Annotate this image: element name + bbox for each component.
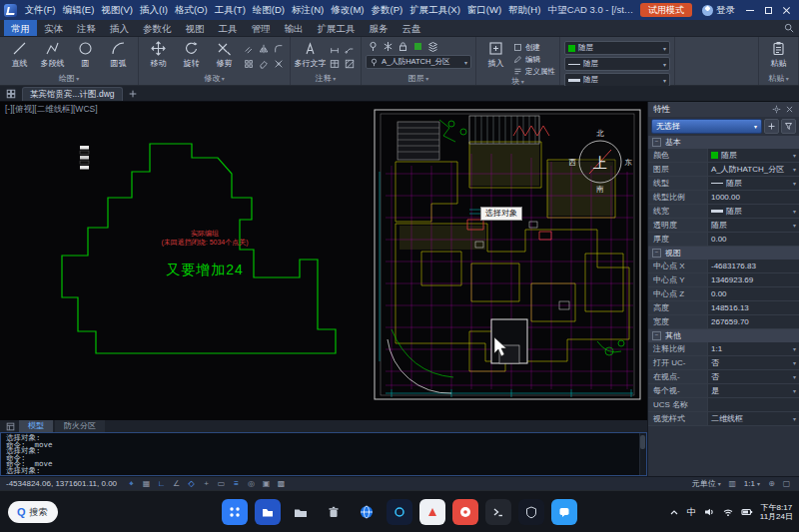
menu-modify[interactable]: 修改(M) bbox=[328, 0, 368, 20]
erase-icon[interactable] bbox=[257, 57, 271, 71]
fullscreen-icon[interactable]: ▢ bbox=[780, 477, 793, 490]
prop-ucs-icon-on-value[interactable]: 否 bbox=[708, 356, 799, 369]
prop-layer-value[interactable]: A_人防HATCH_分区 bbox=[708, 163, 799, 176]
group-label-draw[interactable]: 绘图 bbox=[4, 74, 134, 85]
volume-icon[interactable] bbox=[703, 506, 715, 518]
define-attribute-button[interactable]: 定义属性 bbox=[513, 66, 555, 77]
layer-properties-icon[interactable] bbox=[427, 41, 438, 52]
trash-icon[interactable] bbox=[321, 499, 347, 525]
ribbon-tab-manage[interactable]: 管理 bbox=[245, 20, 278, 36]
wifi-icon[interactable] bbox=[722, 506, 734, 518]
move-tool[interactable]: 移动 bbox=[143, 38, 174, 69]
array-icon[interactable] bbox=[242, 57, 256, 71]
ribbon-search-icon[interactable] bbox=[779, 20, 799, 36]
menu-express[interactable]: 扩展工具(X) bbox=[406, 0, 464, 20]
ribbon-tab-cloud[interactable]: 云盘 bbox=[396, 20, 428, 36]
layer-color-icon[interactable] bbox=[412, 41, 423, 52]
scrollbar-thumb[interactable] bbox=[640, 435, 645, 449]
prop-color-value[interactable]: 随层 bbox=[708, 149, 799, 162]
prop-linetype-value[interactable]: 随层 bbox=[708, 177, 799, 190]
menu-view[interactable]: 视图(V) bbox=[98, 0, 137, 20]
dyn-input-toggle-icon[interactable]: ▭ bbox=[215, 477, 228, 490]
layer-freeze-icon[interactable] bbox=[383, 41, 394, 52]
layout-tab-model[interactable]: 模型 bbox=[19, 420, 53, 432]
menu-parametric[interactable]: 参数(P) bbox=[368, 0, 406, 20]
trial-mode-button[interactable]: 试用模式 bbox=[640, 3, 692, 17]
annotation-visibility-icon[interactable]: ▥ bbox=[726, 477, 739, 490]
messenger-icon[interactable] bbox=[551, 499, 577, 525]
document-tab[interactable]: 某宾馆贵宾...计图.dwg bbox=[22, 87, 123, 101]
mirror-icon[interactable] bbox=[257, 42, 271, 56]
quick-select-button[interactable] bbox=[781, 119, 796, 134]
ribbon-tab-view[interactable]: 视图 bbox=[179, 20, 212, 36]
ribbon-tab-parametric[interactable]: 参数化 bbox=[136, 20, 179, 36]
group-label-annotate[interactable]: 注释 bbox=[295, 74, 357, 85]
polyline-tool[interactable]: 多段线 bbox=[37, 38, 68, 69]
viewport-label[interactable]: [-][俯视][二维线框][WCS] bbox=[5, 104, 98, 116]
annotation-scale-dropdown[interactable]: 1:1 bbox=[741, 479, 763, 488]
workspace-toggle-icon[interactable]: ▩ bbox=[275, 477, 288, 490]
section-basic[interactable]: 基本 bbox=[648, 136, 799, 149]
prop-center-z-value[interactable]: 0.00 bbox=[708, 287, 799, 300]
ribbon-tab-solid[interactable]: 实体 bbox=[37, 20, 70, 36]
edit-block-button[interactable]: 编辑 bbox=[513, 54, 555, 65]
menu-insert[interactable]: 插入(I) bbox=[136, 0, 171, 20]
lineweight-toggle-icon[interactable]: ≡ bbox=[230, 477, 243, 490]
app-launcher-icon[interactable] bbox=[222, 499, 248, 525]
units-dropdown[interactable]: 元单位 bbox=[689, 478, 724, 489]
security-center-icon[interactable] bbox=[518, 499, 544, 525]
osnap-toggle-icon[interactable]: ◇ bbox=[185, 477, 198, 490]
selection-dropdown[interactable]: 无选择 bbox=[651, 119, 762, 134]
create-block-button[interactable]: 创建 bbox=[513, 42, 555, 53]
group-label-modify[interactable]: 修改 bbox=[143, 74, 286, 85]
ribbon-tab-service[interactable]: 服务 bbox=[363, 20, 396, 36]
new-document-button[interactable] bbox=[126, 87, 140, 101]
prop-center-y-value[interactable]: 1346923.69 bbox=[708, 273, 799, 286]
circle-tool[interactable]: 圆 bbox=[70, 38, 101, 69]
doc-list-icon[interactable] bbox=[3, 87, 19, 101]
linetype-dropdown[interactable]: 随层 bbox=[564, 57, 670, 71]
toggle-pickadd-button[interactable] bbox=[764, 119, 779, 134]
maximize-button[interactable] bbox=[759, 0, 777, 20]
battery-icon[interactable] bbox=[741, 506, 753, 518]
prop-ucs-name-value[interactable] bbox=[708, 398, 799, 411]
menu-edit[interactable]: 编辑(E) bbox=[59, 0, 98, 20]
paste-button[interactable]: 粘贴 bbox=[763, 38, 794, 69]
polar-toggle-icon[interactable]: ∠ bbox=[170, 477, 183, 490]
rotate-tool[interactable]: 旋转 bbox=[176, 38, 207, 69]
command-scrollbar[interactable] bbox=[639, 433, 646, 475]
table-icon[interactable] bbox=[328, 57, 342, 71]
ortho-toggle-icon[interactable]: ∟ bbox=[155, 477, 168, 490]
prop-annoscale-value[interactable]: 1:1 bbox=[708, 342, 799, 355]
snap-toggle-icon[interactable]: ⌖ bbox=[125, 477, 138, 490]
prop-ltscale-value[interactable]: 1000.00 bbox=[708, 191, 799, 204]
ribbon-tab-output[interactable]: 输出 bbox=[278, 20, 311, 36]
ribbon-tab-tools[interactable]: 工具 bbox=[212, 20, 245, 36]
grid-toggle-icon[interactable]: ▦ bbox=[140, 477, 153, 490]
ribbon-tab-express[interactable]: 扩展工具 bbox=[311, 20, 363, 36]
close-button[interactable] bbox=[777, 0, 795, 20]
offset-icon[interactable] bbox=[242, 42, 256, 56]
trim-tool[interactable]: 修剪 bbox=[209, 38, 240, 69]
command-window[interactable]: 选择对象: 命令: _move 选择对象: 命令: 命令: _move 选择对象… bbox=[0, 432, 647, 476]
browser-icon[interactable] bbox=[354, 499, 380, 525]
prop-thickness-value[interactable]: 0.00 bbox=[708, 233, 799, 246]
otrack-toggle-icon[interactable]: + bbox=[200, 477, 213, 490]
menu-help[interactable]: 帮助(H) bbox=[505, 0, 544, 20]
clock[interactable]: 下午8:17 11月24日 bbox=[760, 503, 793, 522]
building-outline[interactable] bbox=[62, 144, 336, 353]
color-dropdown[interactable]: 随层 bbox=[564, 41, 670, 55]
file-manager-icon[interactable] bbox=[255, 499, 281, 525]
input-method-indicator[interactable]: 中 bbox=[687, 506, 696, 519]
login-button[interactable]: 登录 bbox=[696, 4, 741, 17]
tray-expand-icon[interactable] bbox=[668, 506, 680, 518]
explode-icon[interactable] bbox=[272, 57, 286, 71]
add-scale-icon[interactable]: ⊕ bbox=[765, 477, 778, 490]
prop-visual-style-value[interactable]: 二维线框 bbox=[708, 412, 799, 425]
ribbon-tab-annotate[interactable]: 注释 bbox=[70, 20, 103, 36]
dev-center-icon[interactable] bbox=[387, 499, 412, 525]
layer-on-icon[interactable] bbox=[368, 41, 379, 52]
arc-tool[interactable]: 圆弧 bbox=[103, 38, 134, 69]
section-view[interactable]: 视图 bbox=[648, 247, 799, 260]
mtext-tool[interactable]: 多行文字 bbox=[295, 38, 326, 69]
